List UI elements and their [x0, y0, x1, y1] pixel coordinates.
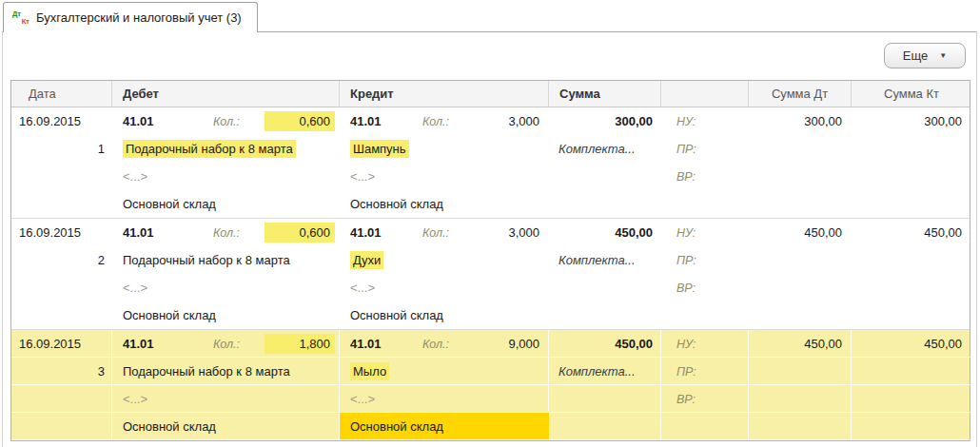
dt-kt-icon: Дт Кт: [12, 10, 29, 26]
qty-label: Кол.:: [422, 226, 474, 240]
qty-label: Кол.:: [213, 115, 265, 128]
cell-operation[interactable]: Комплекта...: [549, 135, 661, 163]
header-sum-dt[interactable]: Сумма Дт: [749, 81, 852, 107]
date-column: 16.09.2015 2: [11, 219, 112, 329]
header-credit[interactable]: Кредит: [340, 81, 549, 107]
sum-column: 300,00 Комплекта...: [549, 107, 661, 218]
cell-debit-subconto1[interactable]: Подарочный набор к 8 марта: [112, 135, 340, 163]
cell-debit-subconto1[interactable]: Подарочный набор к 8 марта: [112, 358, 340, 385]
cell-debit-account[interactable]: 41.01 Кол.: 1,800: [112, 330, 340, 358]
cell-sum-dt[interactable]: 300,00: [749, 107, 852, 135]
cell-nu-label[interactable]: НУ:: [661, 330, 749, 358]
cell-date[interactable]: 16.09.2015: [11, 107, 112, 135]
tax-flags-column: НУ: ПР: ВР:: [661, 330, 749, 440]
sum-dt-column: 450,00: [749, 219, 852, 329]
cell-credit-warehouse[interactable]: Основной склад: [340, 190, 549, 218]
credit-column: 41.01 Кол.: 3,000 Духи <...> Основной ск…: [340, 219, 549, 329]
cell-credit-warehouse[interactable]: Основной склад: [340, 301, 549, 329]
cell-debit-warehouse[interactable]: Основной склад: [112, 190, 340, 218]
cell-debit-subconto2[interactable]: <...>: [112, 274, 340, 301]
tax-flags-column: НУ: ПР: ВР:: [661, 219, 749, 329]
credit-qty[interactable]: 3,000: [474, 223, 544, 243]
sum-column: 450,00 Комплекта...: [549, 330, 661, 440]
table-row: 16.09.2015 1 41.01 Кол.: 0,600 Подарочны…: [11, 107, 970, 219]
header-sum[interactable]: Сумма: [549, 81, 661, 107]
table-row: 16.09.2015 2 41.01 Кол.: 0,600 Подарочны…: [11, 219, 970, 330]
cell-credit-subconto1[interactable]: Духи: [340, 246, 549, 274]
cell-sum-kt[interactable]: 450,00: [852, 330, 971, 358]
cell-vr-label[interactable]: ВР:: [661, 163, 749, 190]
debit-qty[interactable]: 0,600: [265, 111, 335, 131]
header-debit[interactable]: Дебет: [112, 81, 340, 107]
tax-flags-column: НУ: ПР: ВР:: [661, 107, 749, 218]
accounting-entries-window: Дт Кт Бухгалтерский и налоговый учет (3)…: [0, 0, 980, 447]
cell-credit-subconto1[interactable]: Шампунь: [340, 135, 549, 163]
header-date[interactable]: Дата: [11, 81, 112, 107]
cell-sum-kt[interactable]: 300,00: [852, 107, 971, 135]
table-header-row: Дата Дебет Кредит Сумма Сумма Дт Сумма К…: [11, 81, 970, 107]
more-button-label: Еще: [903, 49, 928, 63]
cell-nu-label[interactable]: НУ:: [661, 107, 749, 135]
cell-sum[interactable]: 300,00: [549, 107, 661, 135]
sum-dt-column: 300,00: [749, 107, 852, 218]
cell-sum-dt[interactable]: 450,00: [749, 219, 852, 246]
header-empty[interactable]: [661, 81, 749, 107]
cell-pr-label[interactable]: ПР:: [661, 135, 749, 163]
cell-debit-account[interactable]: 41.01 Кол.: 0,600: [112, 107, 340, 135]
cell-row-number[interactable]: 2: [11, 246, 112, 274]
cell-vr-label[interactable]: ВР:: [661, 385, 749, 413]
cell-debit-warehouse[interactable]: Основной склад: [112, 301, 340, 329]
cell-row-number[interactable]: 3: [11, 358, 112, 385]
credit-column: 41.01 Кол.: 3,000 Шампунь <...> Основной…: [340, 107, 549, 218]
debit-column: 41.01 Кол.: 1,800 Подарочный набор к 8 м…: [112, 330, 340, 440]
cell-date[interactable]: 16.09.2015: [11, 219, 112, 246]
cell-debit-subconto2[interactable]: <...>: [112, 385, 340, 413]
cell-debit-account[interactable]: 41.01 Кол.: 0,600: [112, 219, 340, 246]
cell-credit-account[interactable]: 41.01 Кол.: 3,000: [340, 107, 549, 135]
cell-pr-label[interactable]: ПР:: [661, 246, 749, 274]
cell-operation[interactable]: Комплекта...: [549, 358, 661, 385]
cell-credit-account[interactable]: 41.01 Кол.: 9,000: [340, 330, 549, 358]
credit-column: 41.01 Кол.: 9,000 Мыло <...> Основной ск…: [340, 330, 549, 440]
cell-date[interactable]: 16.09.2015: [11, 330, 112, 358]
cell-pr-label[interactable]: ПР:: [661, 358, 749, 385]
sum-kt-column: 300,00: [852, 107, 971, 218]
cell-credit-subconto2[interactable]: <...>: [340, 274, 549, 301]
debit-qty[interactable]: 0,600: [265, 223, 335, 243]
date-column: 16.09.2015 3: [11, 330, 112, 440]
credit-qty[interactable]: 3,000: [474, 111, 544, 131]
cell-vr-label[interactable]: ВР:: [661, 274, 749, 301]
tab-accounting-tax-records[interactable]: Дт Кт Бухгалтерский и налоговый учет (3): [3, 2, 258, 32]
cell-row-number[interactable]: 1: [11, 135, 112, 163]
cell-sum[interactable]: 450,00: [549, 330, 661, 358]
cell-nu-label[interactable]: НУ:: [661, 219, 749, 246]
cell-credit-subconto2[interactable]: <...>: [340, 163, 549, 190]
more-button[interactable]: Еще ▼: [884, 43, 966, 68]
qty-label: Кол.:: [422, 338, 474, 351]
entries-table: Дата Дебет Кредит Сумма Сумма Дт Сумма К…: [10, 80, 970, 441]
cell-credit-subconto2[interactable]: <...>: [340, 385, 549, 413]
cell-credit-subconto1[interactable]: Мыло: [340, 358, 549, 385]
debit-qty[interactable]: 1,800: [265, 334, 335, 354]
tab-label: Бухгалтерский и налоговый учет (3): [36, 10, 242, 25]
cell-debit-warehouse[interactable]: Основной склад: [112, 413, 340, 440]
sum-kt-column: 450,00: [852, 219, 971, 329]
cell-sum-kt[interactable]: 450,00: [852, 219, 971, 246]
debit-column: 41.01 Кол.: 0,600 Подарочный набор к 8 м…: [112, 107, 340, 218]
cell-operation[interactable]: Комплекта...: [549, 246, 661, 274]
cell-credit-account[interactable]: 41.01 Кол.: 3,000: [340, 219, 549, 246]
sum-column: 450,00 Комплекта...: [549, 219, 661, 329]
cell-debit-subconto2[interactable]: <...>: [112, 163, 340, 190]
cell-credit-warehouse-focused[interactable]: Основной склад: [340, 413, 549, 440]
qty-label: Кол.:: [213, 338, 265, 351]
cell-debit-subconto1[interactable]: Подарочный набор к 8 марта: [112, 246, 340, 274]
credit-qty[interactable]: 9,000: [474, 334, 544, 354]
cell-sum[interactable]: 450,00: [549, 219, 661, 246]
qty-label: Кол.:: [422, 115, 474, 128]
header-sum-kt[interactable]: Сумма Кт: [852, 81, 971, 107]
qty-label: Кол.:: [213, 226, 265, 240]
sum-dt-column: 450,00: [749, 330, 852, 440]
cell-sum-dt[interactable]: 450,00: [749, 330, 852, 358]
sum-kt-column: 450,00: [852, 330, 971, 440]
chevron-down-icon: ▼: [939, 52, 947, 60]
